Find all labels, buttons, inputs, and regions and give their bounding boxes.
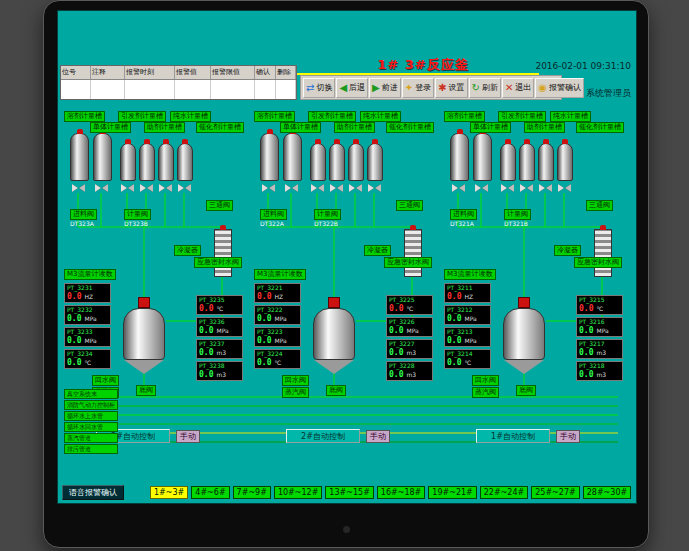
valve-group[interactable]: 进料阀 DT322A — [260, 201, 287, 228]
instrument-box[interactable]: PT_3236 0.0MPa — [196, 317, 243, 337]
metering-tank[interactable] — [283, 133, 302, 181]
reactor-vessel[interactable] — [502, 297, 546, 374]
instrument-box[interactable]: PT_3233 0.0MPa — [64, 327, 111, 347]
instrument-box[interactable]: PT_3237 0.0m3 — [196, 339, 243, 359]
instrument-box[interactable]: PT_3226 0.0MPa — [386, 317, 433, 337]
condenser[interactable] — [594, 229, 612, 277]
instrument-box[interactable]: PT_3235 0.0℃ — [196, 295, 243, 315]
page-button[interactable]: 4#~6# — [191, 486, 229, 499]
monitor-bezel: 1# 3#反应釜 2016-02-01 09:31:10 系统管理员 位号注释报… — [43, 0, 649, 548]
metering-tank[interactable] — [348, 143, 364, 181]
instrument-box[interactable]: PT_3211 0.0HZ — [444, 283, 491, 303]
instrument-box[interactable]: PT_3212 0.0MPa — [444, 305, 491, 325]
auto-control-button[interactable]: 1#自动控制 — [476, 429, 550, 443]
forward-button[interactable]: ▶前进 — [369, 78, 401, 98]
valve-icon[interactable] — [140, 183, 153, 193]
valve-group[interactable]: 进料阀 DT323A — [70, 201, 97, 228]
valve-icon[interactable] — [349, 183, 362, 193]
valve-label: 计量阀 — [504, 209, 531, 220]
switch-button[interactable]: ⇄切换 — [303, 78, 335, 98]
instrument-tag: PT_3235 — [197, 296, 242, 304]
metering-tank[interactable] — [367, 143, 383, 181]
valve-icon[interactable] — [311, 183, 324, 193]
metering-tank[interactable] — [450, 133, 469, 181]
page-button[interactable]: 19#~21# — [428, 486, 476, 499]
metering-tank[interactable] — [158, 143, 174, 181]
voice-alarm-ack-button[interactable]: 语音报警确认 — [62, 485, 124, 500]
page-button[interactable]: 10#~12# — [274, 486, 322, 499]
metering-tank[interactable] — [310, 143, 326, 181]
metering-tank[interactable] — [260, 133, 279, 181]
valve-group[interactable]: 计量阀 DT323B — [124, 201, 151, 228]
instrument-box[interactable]: PT_3216 0.0MPa — [576, 317, 623, 337]
page-button[interactable]: 25#~27# — [531, 486, 579, 499]
page-button[interactable]: 16#~18# — [377, 486, 425, 499]
instrument-tag: PT_3222 — [255, 306, 300, 314]
valve-icon[interactable] — [501, 183, 514, 193]
valve-icon[interactable] — [558, 183, 571, 193]
valve-icon[interactable] — [95, 183, 108, 193]
page-button[interactable]: 22#~24# — [480, 486, 528, 499]
page-button[interactable]: 7#~9# — [233, 486, 271, 499]
instrument-box[interactable]: PT_3224 0.0℃ — [254, 349, 301, 369]
instrument-box[interactable]: PT_3213 0.0MPa — [444, 327, 491, 347]
metering-tank[interactable] — [70, 133, 89, 181]
login-button[interactable]: ✦登录 — [402, 78, 434, 98]
instrument-box[interactable]: PT_3223 0.0MPa — [254, 327, 301, 347]
page-button[interactable]: 28#~30# — [583, 486, 631, 499]
metering-tank[interactable] — [473, 133, 492, 181]
metering-tank[interactable] — [557, 143, 573, 181]
instrument-box[interactable]: PT_3238 0.0m3 — [196, 361, 243, 381]
metering-tank[interactable] — [538, 143, 554, 181]
valve-icon[interactable] — [121, 183, 134, 193]
instrument-box[interactable]: PT_3215 0.0℃ — [576, 295, 623, 315]
instrument-box[interactable]: PT_3221 0.0HZ — [254, 283, 301, 303]
alarm-ack-button[interactable]: ◉报警确认 — [535, 78, 584, 98]
valve-icon[interactable] — [539, 183, 552, 193]
instrument-box[interactable]: PT_3234 0.0℃ — [64, 349, 111, 369]
instrument-box[interactable]: PT_3214 0.0℃ — [444, 349, 491, 369]
page-button[interactable]: 1#~3# — [150, 486, 188, 499]
refresh-button[interactable]: ↻刷新 — [469, 78, 501, 98]
valve-icon[interactable] — [285, 183, 298, 193]
settings-button[interactable]: ✱设置 — [435, 78, 467, 98]
condenser[interactable] — [214, 229, 232, 277]
valve-icon[interactable] — [262, 183, 275, 193]
instrument-box[interactable]: PT_3231 0.0HZ — [64, 283, 111, 303]
valve-icon[interactable] — [475, 183, 488, 193]
valve-group[interactable]: 计量阀 DT321B — [504, 201, 531, 228]
reactor-vessel[interactable] — [312, 297, 356, 374]
valve-group[interactable]: 进料阀 DT321A — [450, 201, 477, 228]
metering-tank[interactable] — [177, 143, 193, 181]
page-button[interactable]: 13#~15# — [325, 486, 373, 499]
metering-tank[interactable] — [500, 143, 516, 181]
reactor-vessel[interactable] — [122, 297, 166, 374]
valve-icon[interactable] — [330, 183, 343, 193]
valve-icon[interactable] — [368, 183, 381, 193]
valve-icon[interactable] — [159, 183, 172, 193]
metering-tank[interactable] — [93, 133, 112, 181]
metering-tank[interactable] — [120, 143, 136, 181]
instrument-box[interactable]: PT_3232 0.0MPa — [64, 305, 111, 325]
instrument-box[interactable]: PT_3222 0.0MPa — [254, 305, 301, 325]
valve-tag: DT322B — [314, 220, 341, 228]
condenser[interactable] — [404, 229, 422, 277]
instrument-box[interactable]: PT_3217 0.0m3 — [576, 339, 623, 359]
valve-icon[interactable] — [452, 183, 465, 193]
instrument-tag: PT_3234 — [65, 350, 110, 358]
metering-tank[interactable] — [139, 143, 155, 181]
instrument-box[interactable]: PT_3227 0.0m3 — [386, 339, 433, 359]
valve-icon[interactable] — [178, 183, 191, 193]
exit-button[interactable]: ✕退出 — [502, 78, 534, 98]
tank-label: 助剂计量槽 — [144, 122, 185, 133]
metering-tank[interactable] — [519, 143, 535, 181]
back-button[interactable]: ◀后退 — [336, 78, 368, 98]
instrument-box[interactable]: PT_3228 0.0m3 — [386, 361, 433, 381]
valve-icon[interactable] — [520, 183, 533, 193]
valve-icon[interactable] — [72, 183, 85, 193]
valve-group[interactable]: 计量阀 DT322B — [314, 201, 341, 228]
instrument-box[interactable]: PT_3225 0.0℃ — [386, 295, 433, 315]
auto-control-button[interactable]: 2#自动控制 — [286, 429, 360, 443]
instrument-box[interactable]: PT_3218 0.0m3 — [576, 361, 623, 381]
metering-tank[interactable] — [329, 143, 345, 181]
